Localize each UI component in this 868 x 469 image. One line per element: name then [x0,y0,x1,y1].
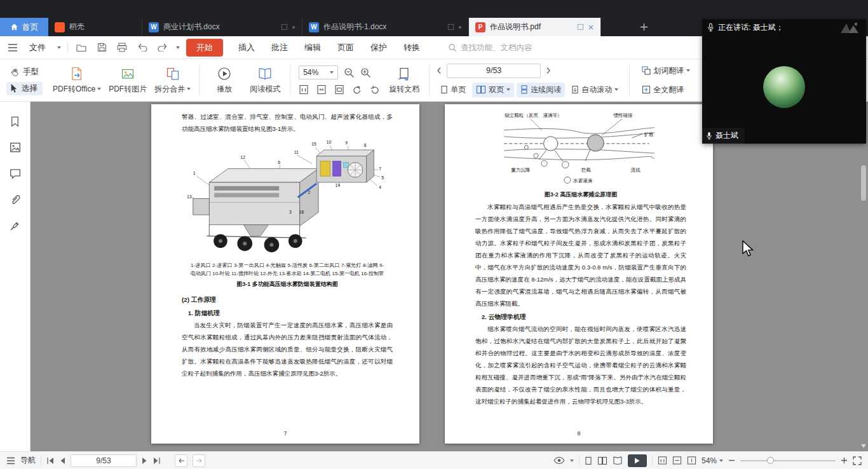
tab-document-pdf-active[interactable]: P 作品说明书.pdf [469,18,601,36]
word-translate-button[interactable]: 划词翻译 [638,64,694,78]
fullscreen-icon[interactable] [853,456,862,465]
page-indicator-box[interactable]: 9/53 [447,64,541,78]
tab-document-2[interactable]: W 作品说明书-1.docx [302,18,469,36]
double-page-button[interactable]: 双页 [472,83,514,97]
menu-edit[interactable]: 编辑 [299,39,326,56]
svg-text:3: 3 [289,210,292,214]
previous-page-icon[interactable] [437,67,442,74]
single-page-view-icon[interactable] [585,456,592,465]
comments-icon[interactable] [10,168,21,179]
history-forward-button[interactable] [193,454,205,467]
prev-page-icon[interactable] [60,457,65,465]
select-tool-button[interactable]: 选择 [6,82,43,95]
divider [41,456,41,466]
mist-dust-capture-diagram: 烟尘颗粒（炭黑、液滴等） 惯性碰撞 [501,111,661,187]
statusbar-zoom-select[interactable]: 54% [702,456,723,465]
split-merge-icon [165,66,180,81]
video-call-overlay[interactable]: 正在讲话: 聂士斌； 聂士斌 [702,19,866,144]
zoom-out-icon[interactable] [344,67,355,78]
svg-text:6: 6 [278,160,280,165]
history-back-button[interactable] [175,454,187,467]
menu-convert[interactable]: 转换 [398,39,425,56]
popout-window-icon[interactable] [281,24,288,31]
signature-icon[interactable] [10,220,21,231]
menu-insert[interactable]: 插入 [233,39,260,56]
wps-pdf-window: 首页 稻壳 W 商业计划书.docx W 作品说明书-1.docx [0,0,868,469]
quick-toolbar-caret-icon[interactable] [176,46,180,49]
scrollbar-thumb[interactable] [861,165,866,201]
thumbnails-icon[interactable] [10,142,21,153]
actual-size-button-icon[interactable] [658,456,667,465]
popout-window-icon[interactable] [447,24,454,31]
next-page-icon[interactable] [546,67,551,74]
undo-button[interactable] [135,41,149,55]
search-input[interactable] [461,43,556,52]
machine-structure-diagram: 1 2 3 4 5 6 7 8 9 10 11 12 13 14 [184,137,390,259]
split-merge-button[interactable]: 拆分合并 [151,62,194,99]
popout-window-icon[interactable] [577,24,584,31]
redo-button[interactable] [156,41,170,55]
zoom-select[interactable]: 54% [299,65,338,79]
fit-width-button-icon[interactable] [687,456,696,465]
print-button[interactable] [115,41,129,55]
eye-protect-button[interactable] [553,456,574,465]
main-menu-icon[interactable] [8,43,18,52]
rotate-left-icon[interactable] [352,85,362,95]
bookmarks-icon[interactable] [10,116,20,127]
open-file-button[interactable] [74,41,88,55]
fit-width-icon[interactable] [334,85,344,95]
actual-size-icon[interactable] [299,85,309,95]
menu-start-tab[interactable]: 开始 [186,39,223,57]
book-view-icon[interactable] [613,456,623,465]
vertical-scrollbar[interactable] [859,102,868,451]
statusbar-page-box[interactable]: 9/53 [71,454,137,467]
zoom-in-icon[interactable] [360,67,371,78]
reading-mode-button[interactable]: 阅读模式 [245,62,285,99]
divider [67,43,68,53]
pdf-to-office-button[interactable]: PDF转Office [49,62,105,99]
rotate-right-icon[interactable] [370,85,380,95]
hand-tool-button[interactable]: 手型 [6,65,43,79]
function-search[interactable] [448,43,556,52]
page-navigation-group: 9/53 单页 双页 连续阅读 自动滚 [437,64,622,97]
last-page-icon[interactable] [153,457,161,465]
page8-paragraph-2: 细水雾喷向烟气流动的空间时，能在很短时间内蒸发，使喷雾区水汽迅速饱和，过饱和水汽… [475,323,686,407]
menu-file[interactable]: 文件 [24,39,51,56]
full-translate-button[interactable]: 全文翻译 [638,83,694,97]
tab-document-1[interactable]: W 商业计划书.docx [142,18,302,36]
attachment-icon[interactable] [10,194,21,205]
full-translate-icon [642,85,651,94]
zoom-slider[interactable] [740,460,836,461]
first-page-icon[interactable] [46,457,55,465]
double-page-view-icon[interactable] [597,456,607,465]
new-tab-button[interactable] [636,20,651,35]
continuous-reading-button[interactable]: 连续阅读 [517,83,565,97]
play-button[interactable]: 播放 [204,62,245,99]
single-page-button[interactable]: 单页 [437,83,470,97]
zoom-minus-icon[interactable] [728,457,735,464]
search-icon [448,43,457,52]
menu-page[interactable]: 页面 [332,39,359,56]
fit-page-button-icon[interactable] [672,456,682,465]
menu-protect[interactable]: 保护 [365,39,392,56]
close-tab-icon[interactable] [588,24,594,31]
scroll-down-icon[interactable] [860,443,867,449]
navigation-toggle[interactable]: 导航 [6,455,36,466]
auto-scroll-button[interactable]: 自动滚动 [567,83,622,97]
save-button[interactable] [95,41,109,55]
svg-text:7: 7 [379,167,381,171]
rotate-document-button[interactable]: 旋转文档 [384,62,424,99]
tab-home[interactable]: 首页 [0,18,48,36]
file-caret-icon[interactable] [57,46,61,49]
hand-tool-label: 手型 [23,67,39,78]
tab-docer[interactable]: 稻壳 [48,18,142,36]
presentation-play-button[interactable] [628,454,647,467]
document-canvas[interactable]: 警器、过滤室、混合室、排气室、控制室、电动风门、超声波雾化器组成，多功能高压细水… [31,102,868,451]
continuous-scroll-icon [520,85,528,94]
menu-annotate[interactable]: 批注 [266,39,293,56]
zoom-slider-thumb[interactable] [767,457,774,464]
zoom-plus-icon[interactable] [841,457,848,464]
pdf-to-image-button[interactable]: PDF转图片 [105,62,151,99]
next-page-icon[interactable] [142,457,147,465]
fit-page-icon[interactable] [316,85,327,95]
